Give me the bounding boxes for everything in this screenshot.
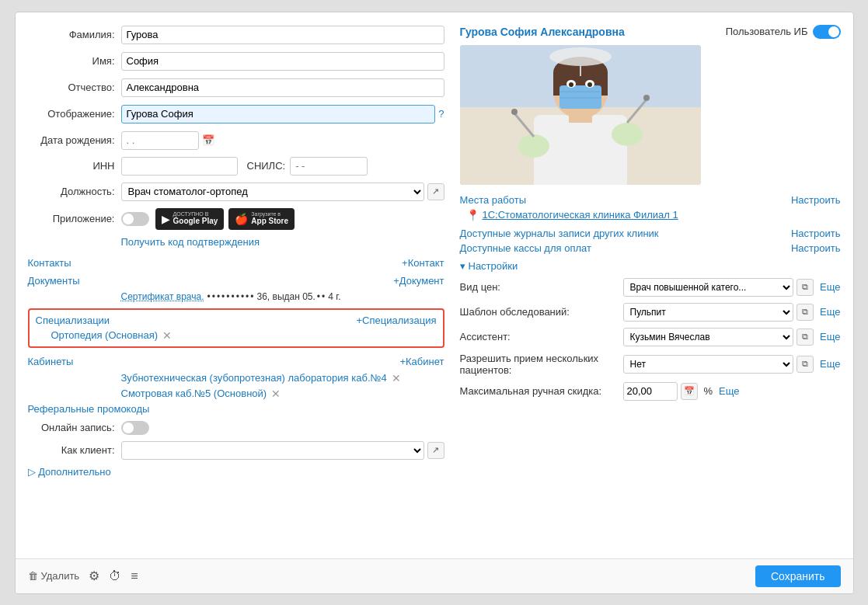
online-toggle[interactable] <box>121 421 149 435</box>
dolzhnost-row: Должность: Врач стоматолог-ортопед ↗ <box>28 182 444 202</box>
imya-input[interactable] <box>121 52 444 71</box>
delete-btn[interactable]: 🗑 Удалить <box>28 570 80 582</box>
shablon-eshe[interactable]: Еще <box>820 306 840 318</box>
add-kabinet-btn[interactable]: +Кабинет <box>399 356 444 367</box>
vid-tsen-select[interactable]: Врач повышенной катего... <box>623 278 794 297</box>
ib-toggle[interactable] <box>813 25 841 39</box>
settings-toggle-btn[interactable]: ▾ Настройки <box>460 260 841 272</box>
ib-label: Пользователь ИБ <box>726 26 808 37</box>
kontakty-link[interactable]: Контакты <box>28 257 71 269</box>
max-skidka-wrap: 📅 % Еще <box>623 382 841 401</box>
max-skidka-eshe[interactable]: Еще <box>719 385 739 397</box>
max-skidka-input[interactable] <box>623 382 678 401</box>
data-input[interactable] <box>121 131 199 150</box>
ortopediya-remove-btn[interactable]: ✕ <box>162 329 172 342</box>
spetsializatsii-link[interactable]: Специализации <box>36 315 110 326</box>
data-label: Дата рождения: <box>28 134 121 146</box>
bottom-bar: 🗑 Удалить ⚙ ⏱ ≡ Сохранить <box>16 558 853 593</box>
dop-link[interactable]: ▷ Дополнительно <box>28 466 111 478</box>
calendar-icon[interactable]: 📅 <box>202 134 214 146</box>
snils-input[interactable] <box>290 157 368 176</box>
get-code-link[interactable]: Получить код подтверждения <box>121 236 444 248</box>
settings-section: ▾ Настройки Вид цен: Врач повышенной кат… <box>460 260 841 401</box>
clinic-link[interactable]: 1С:Стоматологическая клиника Филиал 1 <box>483 209 678 221</box>
svg-point-17 <box>643 95 650 101</box>
dolzhnost-expand-btn[interactable]: ↗ <box>427 183 444 200</box>
nastroit3-btn[interactable]: Настроить <box>791 242 841 254</box>
vid-tsen-label: Вид цен: <box>460 281 623 293</box>
shablon-copy-btn[interactable]: ⧉ <box>797 304 814 321</box>
app-store-icon: 🍎 <box>235 213 248 225</box>
app-store-text: Загрузите в App Store <box>251 211 288 226</box>
assistent-copy-btn[interactable]: ⧉ <box>797 329 814 346</box>
doctor-photo <box>460 45 701 185</box>
razreshit-eshe[interactable]: Еще <box>820 358 840 370</box>
otobrazhenie-row: Отображение: ? <box>28 104 444 124</box>
kassy-row: Доступные кассы для оплат Настроить <box>460 242 841 254</box>
prilozhenie-toggle[interactable] <box>121 212 149 226</box>
google-play-badge[interactable]: ▶ ДОСТУПНО В Google Play <box>155 208 225 230</box>
familiya-input[interactable] <box>121 26 444 44</box>
rp-header: Гурова София Александровна Пользователь … <box>460 25 841 39</box>
shablon-select[interactable]: Пульпит <box>623 303 794 322</box>
razreshit-copy-btn[interactable]: ⧉ <box>797 356 814 373</box>
assistent-label: Ассистент: <box>460 331 623 342</box>
kak-client-select-wrap: ↗ <box>121 441 444 460</box>
vid-tsen-copy-btn[interactable]: ⧉ <box>797 279 814 296</box>
online-label: Онлайн запись: <box>28 422 121 433</box>
inn-label: ИНН <box>28 160 121 172</box>
otobrazhenie-input[interactable] <box>121 105 436 123</box>
save-btn[interactable]: Сохранить <box>755 565 841 587</box>
journals-link[interactable]: Доступные журналы записи других клиник <box>460 228 659 239</box>
otchestvo-input[interactable] <box>121 78 444 97</box>
mesta-raboty-label[interactable]: Места работы <box>460 194 527 206</box>
sertifikat-rest: 36, выдан 05. <box>257 291 315 302</box>
workplaces-section: Места работы Настроить 📍 1С:Стоматологич… <box>460 194 841 221</box>
dolzhnost-select[interactable]: Врач стоматолог-ортопед <box>121 183 424 201</box>
kak-client-select[interactable] <box>121 441 424 460</box>
nastroit2-btn[interactable]: Настроить <box>791 228 841 239</box>
kabinety-link[interactable]: Кабинеты <box>28 356 74 367</box>
vid-tsen-eshe[interactable]: Еще <box>820 281 840 293</box>
assistent-select[interactable]: Кузьмин Вячеслав <box>623 328 794 346</box>
inn-input[interactable] <box>121 157 238 176</box>
sertifikat-link[interactable]: Сертификат врача. <box>121 291 204 302</box>
add-spec-btn[interactable]: +Специализация <box>357 315 437 326</box>
add-kontakt-btn[interactable]: +Контакт <box>402 257 444 269</box>
nastroit1-btn[interactable]: Настроить <box>791 194 841 206</box>
menu-btn[interactable]: ≡ <box>131 569 138 583</box>
google-play-text: ДОСТУПНО В Google Play <box>173 211 218 226</box>
assistent-eshe[interactable]: Еще <box>820 331 840 342</box>
spetsializatsii-section: Специализации +Специализация Ортопедия (… <box>28 308 444 348</box>
kabinet1-link[interactable]: Зубнотехническая (зубопротезная) лаборат… <box>121 372 387 384</box>
dokumenty-link[interactable]: Документы <box>28 275 80 287</box>
app-store-badge[interactable]: 🍎 Загрузите в App Store <box>228 208 295 230</box>
max-skidka-cal-btn[interactable]: 📅 <box>681 383 698 400</box>
kabinet2-remove-btn[interactable]: ✕ <box>271 388 281 400</box>
ortopediya-link[interactable]: Ортопедия (Основная) <box>51 329 159 341</box>
left-panel: Фамилия: Имя: Отчество: Отображение: ? <box>28 25 444 546</box>
kak-client-label: Как клиент: <box>28 444 121 456</box>
kassy-link[interactable]: Доступные кассы для оплат <box>460 242 591 254</box>
shablon-row: Шаблон обследований: Пульпит ⧉ Еще <box>460 303 841 322</box>
chevron-down-icon: ▾ <box>460 260 465 272</box>
razreshit-select[interactable]: Нет <box>623 355 794 374</box>
rp-name[interactable]: Гурова София Александровна <box>460 26 625 38</box>
otobrazhenie-label: Отображение: <box>28 108 121 120</box>
assistent-wrap: Кузьмин Вячеслав ⧉ Еще <box>623 328 841 346</box>
question-icon[interactable]: ? <box>438 108 444 120</box>
history-btn[interactable]: ⏱ <box>109 569 121 583</box>
data-row: Дата рождения: 📅 <box>28 130 444 151</box>
ref-promo-link[interactable]: Реферальные промокоды <box>28 403 150 415</box>
settings-btn[interactable]: ⚙ <box>89 568 99 583</box>
imya-label: Имя: <box>28 55 121 67</box>
imya-row: Имя: <box>28 51 444 71</box>
kak-client-row: Как клиент: ↗ <box>28 441 444 460</box>
add-dokument-btn[interactable]: +Документ <box>393 275 444 287</box>
kabinet2-link[interactable]: Смотровая каб.№5 (Основной) <box>121 388 267 399</box>
kabinet1-remove-btn[interactable]: ✕ <box>392 372 401 384</box>
familiya-label: Фамилия: <box>28 29 121 40</box>
dop-row: ▷ Дополнительно <box>28 466 444 478</box>
kak-client-expand-btn[interactable]: ↗ <box>427 442 444 459</box>
nastroyki-label: Настройки <box>469 260 518 272</box>
